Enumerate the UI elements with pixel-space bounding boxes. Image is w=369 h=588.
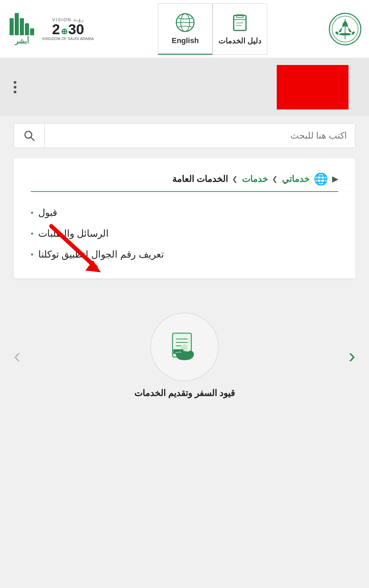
carousel-center: تعاميم قيود السفر وتقديم الخدمات — [134, 313, 235, 398]
absher-bars — [10, 13, 34, 35]
menu-item-label-2: تعريف رقم الجوال لتطبيق توكلنا — [38, 249, 164, 260]
vision-subtitle: KINGDOM OF SAUDI ARABIA — [42, 37, 94, 41]
vision-2: 2 — [52, 22, 60, 37]
carousel-prev-button[interactable]: ‹ — [348, 344, 355, 367]
banner-red-block — [277, 65, 348, 109]
logo-area — [328, 12, 362, 46]
search-area — [0, 123, 369, 148]
svg-text:تعاميم: تعاميم — [175, 351, 181, 353]
search-input[interactable] — [45, 123, 355, 148]
travel-restrictions-icon: تعاميم — [166, 328, 203, 366]
breadcrumb-item-0[interactable]: خدماتي — [282, 174, 310, 184]
search-icon — [23, 130, 36, 142]
book-icon — [230, 13, 250, 33]
search-box — [14, 123, 355, 148]
carousel-section: ‹ تعاميم قيود السفر وتقديم الخدمات — [0, 292, 369, 409]
vision-30: 30 — [68, 22, 84, 37]
breadcrumb-item-2: الخدمات العامة — [172, 174, 228, 184]
breadcrumb-separator-1: ❯ — [232, 175, 238, 183]
menu-item-2[interactable]: تعريف رقم الجوال لتطبيق توكلنا — [31, 244, 338, 265]
nav-arrow: ▶ — [332, 174, 338, 184]
menu-item-0[interactable]: قبول — [31, 202, 338, 223]
carousel-next-button[interactable]: › — [14, 344, 20, 367]
svg-line-13 — [31, 137, 34, 141]
breadcrumb-row: ▶ 🌐 خدماتي ❯ خدمات ❯ الخدمات العامة — [31, 172, 338, 192]
vision-year-row: 2 ⊕ 30 — [52, 22, 84, 37]
search-button[interactable] — [14, 123, 45, 148]
dot-1 — [14, 81, 16, 84]
dot-2 — [14, 86, 16, 89]
english-label: English — [172, 36, 199, 45]
english-button[interactable]: English — [158, 3, 213, 55]
menu-item-1[interactable]: الرسائل والطلبات — [31, 223, 338, 244]
breadcrumb-item-1[interactable]: خدمات — [242, 174, 268, 184]
banner-area — [0, 58, 369, 116]
menu-with-arrow: قبول الرسائل والطلبات تعريف رقم الجوال ل… — [31, 202, 338, 265]
breadcrumb-card: ▶ 🌐 خدماتي ❯ خدمات ❯ الخدمات العامة قبول… — [14, 158, 355, 278]
services-guide-label: دليل الخدمات — [218, 37, 261, 45]
absher-logo: أبشر — [7, 10, 37, 48]
carousel-item-circle[interactable]: تعاميم — [150, 313, 219, 381]
breadcrumb-separator-0: ❯ — [272, 175, 278, 183]
saudi-logo — [328, 12, 362, 46]
dot-3 — [14, 91, 16, 93]
absher-label: أبشر — [10, 37, 34, 45]
breadcrumb-globe-icon: 🌐 — [314, 172, 328, 186]
menu-item-label-1: الرسائل والطلبات — [38, 228, 109, 239]
services-guide-button[interactable]: دليل الخدمات — [213, 3, 267, 55]
vision-logo: VISION رؤية 2 ⊕ 30 KINGDOM OF SAUDI ARAB… — [42, 17, 94, 41]
menu-list: قبول الرسائل والطلبات تعريف رقم الجوال ل… — [31, 202, 338, 265]
branding-area: VISION رؤية 2 ⊕ 30 KINGDOM OF SAUDI ARAB… — [7, 10, 97, 48]
globe-icon — [175, 12, 195, 33]
vision-circle-decor: ⊕ — [61, 27, 68, 36]
header-nav-buttons: English دليل الخدمات — [158, 3, 267, 55]
page-header: English دليل الخدمات VISION رؤية 2 ⊕ 30 … — [0, 0, 369, 58]
dots-menu[interactable] — [14, 81, 16, 93]
menu-item-label-0: قبول — [38, 207, 57, 218]
carousel-item-label: قيود السفر وتقديم الخدمات — [134, 388, 235, 398]
